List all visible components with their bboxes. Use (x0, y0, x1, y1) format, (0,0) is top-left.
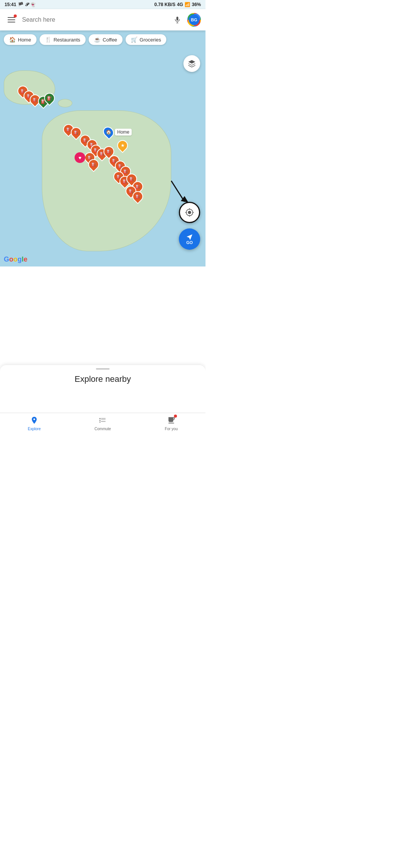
nav-item-for-you[interactable]: For you (137, 416, 206, 431)
bottom-nav: Explore Commute For you (0, 413, 206, 434)
search-input[interactable] (22, 16, 167, 23)
menu-button[interactable] (5, 13, 18, 27)
nav-label-explore: Explore (28, 427, 41, 431)
layers-button[interactable] (183, 55, 200, 72)
explore-nearby-title: Explore nearby (75, 374, 131, 384)
svg-line-0 (171, 181, 185, 202)
heart-location-marker[interactable]: ♥ (75, 152, 85, 163)
snapchat-icon: 👻 (30, 2, 36, 7)
category-bar: 🏠 Home 🍴 Restaurants ☕ Coffee 🛒 Grocerie… (0, 30, 206, 49)
restaurants-category-icon: 🍴 (45, 37, 51, 43)
time: 15:41 (5, 2, 16, 7)
category-pill-home[interactable]: 🏠 Home (4, 34, 37, 45)
hamburger-icon (8, 17, 15, 22)
svg-point-2 (188, 211, 191, 214)
category-label-restaurants: Restaurants (54, 37, 80, 43)
avatar-initials: BG (189, 14, 199, 25)
category-pill-restaurants[interactable]: 🍴 Restaurants (40, 34, 86, 45)
pinterest-icon: 𝒫 (25, 2, 29, 7)
search-bar: BG (0, 9, 206, 30)
google-logo: Google (4, 255, 27, 263)
nav-item-commute[interactable]: Commute (68, 416, 137, 431)
network-speed: 0.78 KB/S (155, 2, 175, 7)
status-bar: 15:41 🏴 𝒫 👻 0.78 KB/S 4G 📶 36% (0, 0, 206, 9)
category-label-home: Home (18, 37, 31, 43)
nav-label-for-you: For you (165, 427, 178, 431)
nav-item-explore[interactable]: Explore (0, 416, 68, 431)
annotation-arrow (167, 179, 190, 206)
category-label-coffee: Coffee (103, 37, 117, 43)
avatar[interactable]: BG (187, 13, 201, 27)
svg-rect-4 (177, 17, 178, 21)
go-navigation-button[interactable]: GO (179, 228, 200, 250)
battery: 36% (192, 2, 201, 7)
signal-icon: 📶 (185, 2, 190, 7)
coffee-category-icon: ☕ (94, 37, 100, 43)
comino-island (58, 99, 72, 107)
home-marker[interactable]: 🏠 Home (104, 126, 132, 138)
microphone-button[interactable] (171, 14, 183, 26)
category-pill-groceries[interactable]: 🛒 Groceries (126, 34, 166, 45)
groceries-category-icon: 🛒 (131, 37, 137, 43)
network-type: 4G (177, 2, 183, 7)
home-category-icon: 🏠 (9, 37, 16, 43)
bottom-sheet[interactable]: Explore nearby (0, 365, 206, 413)
for-you-notification-badge (174, 415, 177, 418)
category-label-groceries: Groceries (140, 37, 161, 43)
notification-dot (14, 14, 17, 18)
category-pill-coffee[interactable]: ☕ Coffee (89, 34, 123, 45)
flag-icon: 🏴 (18, 2, 24, 7)
nav-label-commute: Commute (94, 427, 111, 431)
sheet-handle (96, 368, 110, 370)
